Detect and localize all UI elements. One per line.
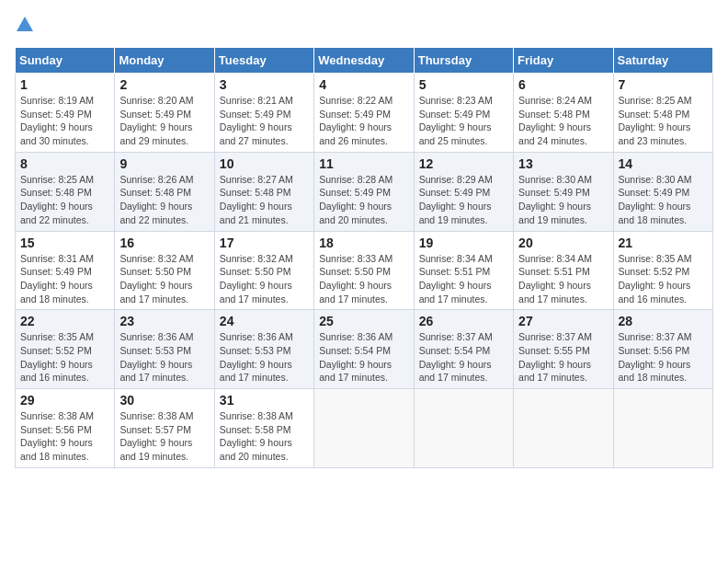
day-number: 21 [619,236,708,250]
day-number: 31 [220,393,309,408]
calendar-cell: 13Sunrise: 8:30 AMSunset: 5:49 PMDayligh… [514,152,613,231]
calendar-cell: 29Sunrise: 8:38 AMSunset: 5:56 PMDayligh… [16,389,115,468]
day-number: 3 [220,77,309,92]
day-number: 5 [419,77,508,92]
day-number: 2 [119,77,209,92]
calendar-cell: 11Sunrise: 8:28 AMSunset: 5:49 PMDayligh… [314,152,414,231]
calendar-cell: 23Sunrise: 8:36 AMSunset: 5:53 PMDayligh… [115,310,214,389]
header-day: Sunday [16,48,115,74]
day-info: Sunrise: 8:38 AMSunset: 5:58 PMDaylight:… [220,409,309,464]
calendar-cell [514,389,613,468]
calendar-week-row: 29Sunrise: 8:38 AMSunset: 5:56 PMDayligh… [16,389,713,468]
day-info: Sunrise: 8:31 AMSunset: 5:49 PMDaylight:… [20,252,109,306]
day-number: 9 [119,156,209,171]
day-number: 30 [119,393,209,408]
header-day: Saturday [613,48,712,74]
calendar-cell: 5Sunrise: 8:23 AMSunset: 5:49 PMDaylight… [414,74,513,153]
day-info: Sunrise: 8:37 AMSunset: 5:55 PMDaylight:… [518,330,608,385]
day-number: 23 [119,314,209,328]
calendar-cell: 3Sunrise: 8:21 AMSunset: 5:49 PMDaylight… [214,74,313,153]
calendar-week-row: 22Sunrise: 8:35 AMSunset: 5:52 PMDayligh… [16,310,713,389]
calendar-cell: 26Sunrise: 8:37 AMSunset: 5:54 PMDayligh… [414,310,513,389]
day-number: 7 [619,77,708,92]
day-number: 4 [319,77,408,92]
day-info: Sunrise: 8:37 AMSunset: 5:54 PMDaylight:… [419,330,508,385]
day-number: 10 [220,156,309,171]
calendar-cell: 7Sunrise: 8:25 AMSunset: 5:48 PMDaylight… [613,74,712,153]
calendar-cell: 22Sunrise: 8:35 AMSunset: 5:52 PMDayligh… [16,310,115,389]
calendar-body: 1Sunrise: 8:19 AMSunset: 5:49 PMDaylight… [16,74,713,468]
day-number: 8 [20,156,109,171]
day-info: Sunrise: 8:36 AMSunset: 5:53 PMDaylight:… [119,330,209,385]
calendar-cell: 10Sunrise: 8:27 AMSunset: 5:48 PMDayligh… [214,152,313,231]
day-number: 11 [319,156,408,171]
calendar-week-row: 8Sunrise: 8:25 AMSunset: 5:48 PMDaylight… [16,152,713,231]
day-number: 29 [20,393,109,408]
day-info: Sunrise: 8:30 AMSunset: 5:49 PMDaylight:… [518,173,608,227]
day-info: Sunrise: 8:29 AMSunset: 5:49 PMDaylight:… [419,173,508,227]
day-info: Sunrise: 8:32 AMSunset: 5:50 PMDaylight:… [119,252,209,306]
calendar-cell: 25Sunrise: 8:36 AMSunset: 5:54 PMDayligh… [314,310,414,389]
day-info: Sunrise: 8:38 AMSunset: 5:56 PMDaylight:… [20,409,109,464]
calendar-cell [314,389,414,468]
calendar-cell: 19Sunrise: 8:34 AMSunset: 5:51 PMDayligh… [414,231,513,310]
calendar-cell: 16Sunrise: 8:32 AMSunset: 5:50 PMDayligh… [115,231,214,310]
calendar-cell: 28Sunrise: 8:37 AMSunset: 5:56 PMDayligh… [613,310,712,389]
header-row: SundayMondayTuesdayWednesdayThursdayFrid… [16,48,713,74]
day-info: Sunrise: 8:35 AMSunset: 5:52 PMDaylight:… [619,252,708,306]
day-number: 6 [518,77,608,92]
day-number: 22 [20,314,109,328]
logo [15,15,37,40]
day-info: Sunrise: 8:38 AMSunset: 5:57 PMDaylight:… [119,409,209,464]
day-info: Sunrise: 8:37 AMSunset: 5:56 PMDaylight:… [619,330,708,385]
day-info: Sunrise: 8:36 AMSunset: 5:53 PMDaylight:… [220,330,309,385]
calendar-cell: 14Sunrise: 8:30 AMSunset: 5:49 PMDayligh… [613,152,712,231]
day-number: 13 [518,156,608,171]
day-info: Sunrise: 8:24 AMSunset: 5:48 PMDaylight:… [518,94,608,148]
day-info: Sunrise: 8:36 AMSunset: 5:54 PMDaylight:… [319,330,408,385]
day-number: 26 [419,314,508,328]
day-number: 28 [619,314,708,328]
day-number: 20 [518,236,608,250]
day-info: Sunrise: 8:26 AMSunset: 5:48 PMDaylight:… [119,173,209,227]
day-number: 16 [119,236,209,250]
day-info: Sunrise: 8:27 AMSunset: 5:48 PMDaylight:… [220,173,309,227]
day-info: Sunrise: 8:23 AMSunset: 5:49 PMDaylight:… [419,94,508,148]
calendar-cell: 18Sunrise: 8:33 AMSunset: 5:50 PMDayligh… [314,231,414,310]
day-info: Sunrise: 8:20 AMSunset: 5:49 PMDaylight:… [119,94,209,148]
day-number: 15 [20,236,109,250]
calendar-header: SundayMondayTuesdayWednesdayThursdayFrid… [16,48,713,74]
day-number: 18 [319,236,408,250]
calendar-cell: 9Sunrise: 8:26 AMSunset: 5:48 PMDaylight… [115,152,214,231]
day-info: Sunrise: 8:32 AMSunset: 5:50 PMDaylight:… [220,252,309,306]
calendar-cell: 1Sunrise: 8:19 AMSunset: 5:49 PMDaylight… [16,74,115,153]
day-number: 19 [419,236,508,250]
day-number: 24 [220,314,309,328]
calendar-cell: 20Sunrise: 8:34 AMSunset: 5:51 PMDayligh… [514,231,613,310]
calendar-cell: 6Sunrise: 8:24 AMSunset: 5:48 PMDaylight… [514,74,613,153]
calendar-table: SundayMondayTuesdayWednesdayThursdayFrid… [15,47,713,468]
day-number: 1 [20,77,109,92]
logo-icon [15,15,35,35]
day-info: Sunrise: 8:21 AMSunset: 5:49 PMDaylight:… [220,94,309,148]
calendar-cell: 12Sunrise: 8:29 AMSunset: 5:49 PMDayligh… [414,152,513,231]
calendar-cell: 4Sunrise: 8:22 AMSunset: 5:49 PMDaylight… [314,74,414,153]
header-day: Monday [115,48,214,74]
header-day: Friday [514,48,613,74]
day-info: Sunrise: 8:35 AMSunset: 5:52 PMDaylight:… [20,330,109,385]
day-info: Sunrise: 8:22 AMSunset: 5:49 PMDaylight:… [319,94,408,148]
day-info: Sunrise: 8:28 AMSunset: 5:49 PMDaylight:… [319,173,408,227]
calendar-cell [414,389,513,468]
header-day: Wednesday [314,48,414,74]
calendar-week-row: 15Sunrise: 8:31 AMSunset: 5:49 PMDayligh… [16,231,713,310]
svg-marker-0 [17,17,33,31]
calendar-cell: 15Sunrise: 8:31 AMSunset: 5:49 PMDayligh… [16,231,115,310]
day-info: Sunrise: 8:30 AMSunset: 5:49 PMDaylight:… [619,173,708,227]
day-info: Sunrise: 8:33 AMSunset: 5:50 PMDaylight:… [319,252,408,306]
calendar-cell: 30Sunrise: 8:38 AMSunset: 5:57 PMDayligh… [115,389,214,468]
day-info: Sunrise: 8:34 AMSunset: 5:51 PMDaylight:… [419,252,508,306]
header [15,15,713,40]
calendar-cell [613,389,712,468]
day-number: 25 [319,314,408,328]
header-day: Thursday [414,48,513,74]
